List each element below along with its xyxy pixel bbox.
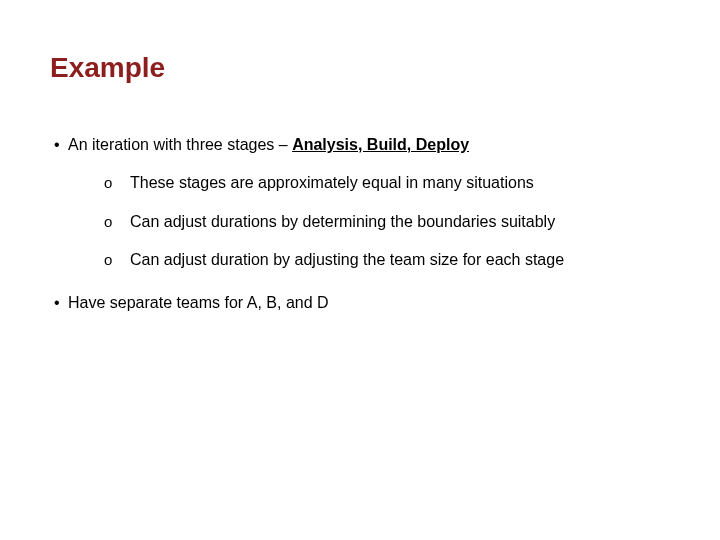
sub-bullet-adjust-boundaries: Can adjust durations by determining the … (104, 211, 670, 233)
bullet-iteration-stages: An iteration with three stages – Analysi… (50, 134, 670, 156)
bullet-text-emphasis: Analysis, Build, Deploy (292, 136, 469, 153)
slide: Example An iteration with three stages –… (0, 0, 720, 314)
sub-bullet-list: These stages are approximately equal in … (50, 172, 670, 271)
sub-bullet-equal-stages: These stages are approximately equal in … (104, 172, 670, 194)
bullet-text-prefix: An iteration with three stages – (68, 136, 292, 153)
sub-bullet-adjust-team-size: Can adjust duration by adjusting the tea… (104, 249, 670, 271)
bullet-separate-teams: Have separate teams for A, B, and D (50, 292, 670, 314)
slide-title: Example (50, 52, 670, 84)
